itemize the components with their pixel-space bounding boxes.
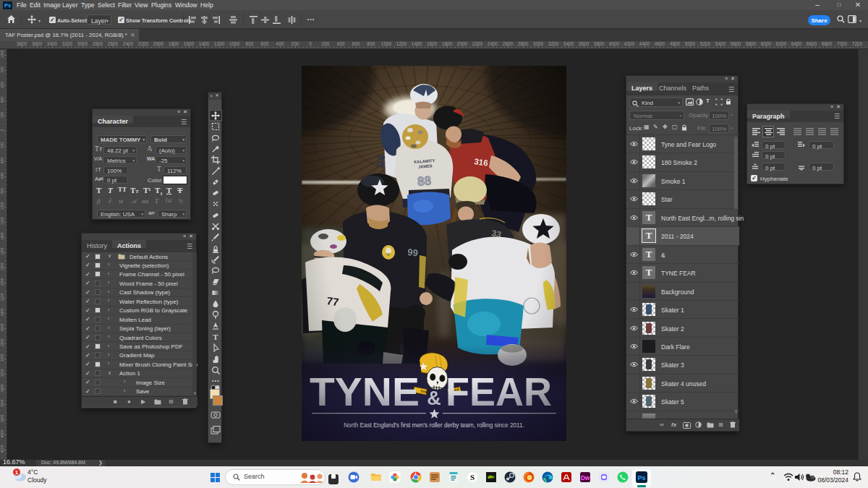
svg-text:Dw: Dw xyxy=(581,474,590,481)
svg-text:Ps: Ps xyxy=(637,474,645,481)
svg-text:1: 1 xyxy=(15,469,19,476)
svg-text:T: T xyxy=(213,333,218,341)
svg-text:S: S xyxy=(470,473,475,481)
